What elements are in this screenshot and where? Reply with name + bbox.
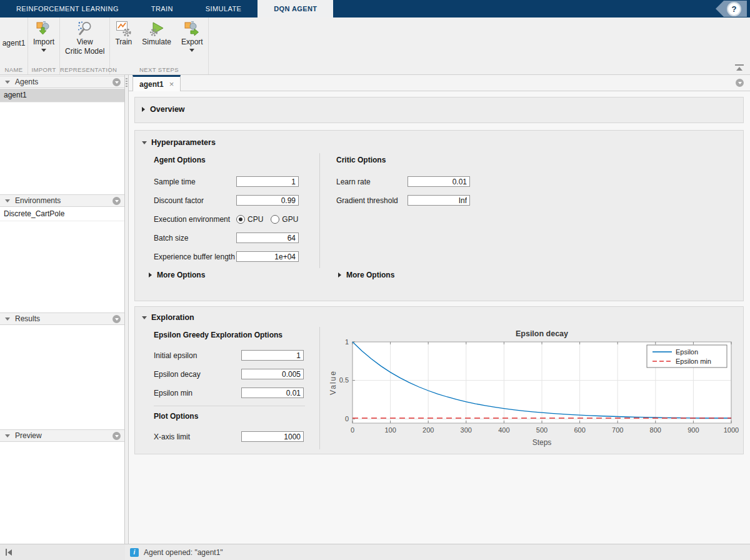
- preview-panel-menu-icon[interactable]: [112, 432, 121, 440]
- svg-text:1: 1: [345, 338, 349, 346]
- learn-rate-input[interactable]: [408, 176, 470, 187]
- ribbon-group-representation: View Critic Model REPRESENTATION: [60, 18, 110, 74]
- svg-text:800: 800: [650, 426, 661, 434]
- tab-close-icon[interactable]: ×: [169, 79, 174, 89]
- toolstrip-tab-bar: REINFORCEMENT LEARNING TRAIN SIMULATE DQ…: [0, 0, 750, 18]
- critic-more-options[interactable]: More Options: [338, 271, 394, 279]
- toolstrip-tab-reinforcement-learning[interactable]: REINFORCEMENT LEARNING: [0, 0, 135, 18]
- status-bar: i Agent opened: "agent1": [125, 544, 750, 560]
- view-critic-label-line1: View: [77, 38, 93, 46]
- document-tab-label: agent1: [139, 80, 164, 89]
- ribbon-group-name-label: NAME: [0, 66, 28, 73]
- batch-size-input[interactable]: [236, 232, 299, 243]
- document-tab-agent1[interactable]: agent1 ×: [132, 75, 181, 91]
- sample-time-input[interactable]: [236, 176, 299, 187]
- svg-text:0: 0: [351, 426, 354, 434]
- simulate-button-label: Simulate: [142, 38, 171, 46]
- sidebar: Agents agent1 Environments Discrete_Cart…: [0, 75, 125, 544]
- import-button-label: Import: [33, 38, 54, 46]
- results-list: [0, 326, 124, 429]
- svg-text:600: 600: [574, 426, 585, 434]
- experience-buffer-length-input[interactable]: [236, 251, 299, 262]
- radio-icon: [236, 215, 245, 224]
- discount-factor-input[interactable]: [236, 195, 299, 206]
- overview-section-header[interactable]: Overview: [142, 105, 185, 114]
- gradient-threshold-input[interactable]: [408, 195, 470, 206]
- view-critic-label-line2: Critic Model: [65, 47, 104, 56]
- export-button-label: Export: [181, 38, 203, 46]
- exploration-section-header[interactable]: Exploration: [142, 313, 194, 322]
- simulate-button[interactable]: Simulate: [137, 18, 176, 46]
- sidebar-bottom-bar: [0, 544, 125, 560]
- svg-text:Epsilon min: Epsilon min: [676, 358, 711, 365]
- import-button[interactable]: Import: [28, 18, 59, 52]
- document-content: Overview Hyperparameters Agent Options S…: [129, 91, 750, 544]
- discount-factor-label: Discount factor: [154, 196, 236, 205]
- column-divider: [319, 153, 320, 268]
- help-icon: ?: [727, 2, 741, 16]
- initial-epsilon-input[interactable]: [241, 350, 304, 361]
- execution-environment-radio-gpu[interactable]: GPU: [271, 215, 298, 224]
- collapse-ribbon-icon[interactable]: [735, 64, 744, 71]
- environments-panel-menu-icon[interactable]: [112, 197, 121, 205]
- svg-text:Value: Value: [329, 370, 338, 395]
- ribbon-group-next-steps-label: NEXT STEPS: [110, 66, 208, 73]
- plot-options-heading: Plot Options: [154, 412, 198, 421]
- toolstrip-tab-dqn-agent[interactable]: DQN AGENT: [258, 0, 333, 18]
- column-divider: [319, 327, 320, 449]
- agents-list-item[interactable]: agent1: [0, 89, 124, 102]
- collapse-caret-icon: [142, 141, 147, 144]
- radio-gpu-label: GPU: [282, 215, 298, 224]
- results-panel-menu-icon[interactable]: [112, 315, 121, 323]
- svg-text:Epsilon: Epsilon: [676, 348, 698, 356]
- agent-more-options[interactable]: More Options: [149, 271, 205, 279]
- epsilon-min-input[interactable]: [241, 388, 304, 398]
- svg-text:300: 300: [461, 426, 472, 434]
- preview-panel-title: Preview: [15, 431, 42, 440]
- svg-text:0: 0: [345, 415, 349, 422]
- agents-panel-header[interactable]: Agents: [0, 76, 124, 88]
- status-message: Agent opened: "agent1": [144, 548, 223, 557]
- svg-text:100: 100: [384, 426, 396, 434]
- environments-list-item[interactable]: Discrete_CartPole: [0, 208, 124, 221]
- execution-environment-radio-cpu[interactable]: CPU: [236, 215, 263, 224]
- hyperparameters-section-title: Hyperparameters: [151, 138, 216, 147]
- export-button[interactable]: Export: [176, 18, 208, 52]
- x-axis-limit-input[interactable]: [241, 431, 304, 442]
- exploration-section: Exploration Epsilon Greedy Exploration O…: [134, 306, 744, 454]
- import-icon: [36, 21, 52, 37]
- view-critic-model-button[interactable]: View Critic Model: [60, 18, 109, 56]
- exploration-section-title: Exploration: [151, 313, 194, 322]
- critic-more-options-label: More Options: [346, 271, 394, 279]
- initial-epsilon-label: Initial epsilon: [154, 351, 241, 360]
- overview-section-title: Overview: [150, 105, 185, 114]
- preview-panel-header[interactable]: Preview: [0, 429, 124, 442]
- tab-strip-menu-icon[interactable]: [736, 79, 744, 87]
- ribbon-group-import-label: IMPORT: [28, 66, 59, 73]
- environments-panel-header[interactable]: Environments: [0, 194, 124, 207]
- epsilon-decay-input[interactable]: [241, 369, 304, 379]
- svg-text:400: 400: [498, 426, 509, 434]
- radio-cpu-label: CPU: [248, 215, 263, 224]
- ribbon-group-representation-label: REPRESENTATION: [60, 66, 109, 73]
- environments-list: Discrete_CartPole: [0, 208, 124, 312]
- info-icon: i: [130, 548, 139, 557]
- toolstrip-tab-simulate[interactable]: SIMULATE: [189, 0, 258, 18]
- collapse-sidebar-icon[interactable]: [6, 549, 12, 556]
- svg-text:900: 900: [688, 426, 699, 434]
- hyperparameters-section: Hyperparameters Agent Options Sample tim…: [134, 130, 744, 301]
- overview-section: Overview: [134, 97, 744, 123]
- collapse-caret-icon: [5, 434, 10, 438]
- collapse-caret-icon: [5, 199, 10, 202]
- agents-panel-menu-icon[interactable]: [112, 78, 121, 86]
- agents-panel-title: Agents: [15, 78, 38, 86]
- environments-panel-title: Environments: [15, 196, 61, 205]
- expand-caret-icon: [142, 107, 145, 112]
- results-panel-header[interactable]: Results: [0, 312, 124, 325]
- toolstrip-tab-train[interactable]: TRAIN: [135, 0, 189, 18]
- collapse-caret-icon: [5, 318, 10, 321]
- train-button[interactable]: Train: [110, 18, 137, 46]
- hyperparameters-section-header[interactable]: Hyperparameters: [142, 138, 216, 147]
- view-critic-icon: [77, 21, 93, 37]
- epsilon-greedy-heading: Epsilon Greedy Exploration Options: [154, 331, 282, 339]
